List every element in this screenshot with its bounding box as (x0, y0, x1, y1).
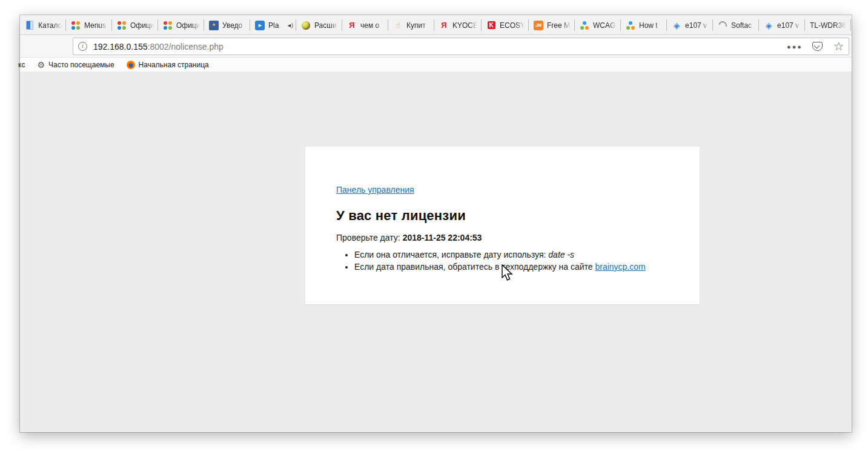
hand-icon (393, 21, 403, 30)
browser-tab[interactable]: WCAG (575, 15, 621, 35)
tab-label: WCAG (593, 21, 617, 30)
page-title: У вас нет лицензии (336, 208, 669, 224)
tab-label: Menus (84, 21, 108, 30)
page-content: Панель управления У вас нет лицензии Про… (20, 72, 852, 432)
date-label: Проверьте дату: (336, 233, 400, 242)
tab-label: TL-WDR36 (810, 21, 847, 30)
tab-label: чем о (360, 21, 385, 30)
tab-label: Расши (314, 21, 339, 30)
sphere-icon (301, 21, 311, 30)
date-line: Проверьте дату: 2018-11-25 22:04:53 (336, 233, 669, 242)
mouse-cursor (502, 264, 515, 282)
circles-icon (626, 21, 635, 30)
site-info-icon[interactable]: i (78, 42, 87, 51)
url-text[interactable]: 192.168.0.155:8002/nolicense.php (93, 42, 787, 52)
browser-tab[interactable]: Расши (296, 15, 342, 35)
yandex-icon (439, 21, 449, 30)
browser-tab[interactable]: e107 v (667, 15, 713, 35)
e107-icon (764, 21, 774, 30)
browser-tab[interactable]: TL-WDR36 (805, 15, 851, 35)
browser-tab[interactable]: Pla ◄) (250, 15, 296, 35)
date-value: 2018-11-25 22:04:53 (403, 233, 482, 242)
list-item: Если она отличается, исправьте дату испо… (354, 250, 669, 260)
browser-tab[interactable]: e107 v (759, 15, 805, 35)
navigation-toolbar: i 192.168.0.155:8002/nolicense.php ●●● ☆ (20, 36, 852, 58)
url-bar[interactable]: i 192.168.0.155:8002/nolicense.php ●●● ☆ (73, 38, 849, 55)
doc-icon (25, 21, 35, 30)
tab-label: Softac (731, 21, 755, 30)
bullet2-text: Если дата правильная, обратитесь в техпо… (354, 262, 593, 272)
firefox-icon (127, 61, 135, 69)
tab-label: Free M (547, 21, 571, 30)
control-panel-link[interactable]: Панель управления (336, 185, 414, 195)
tab-strip: Катало Menus Офици Офици Уведо (20, 15, 852, 35)
bullet1-text: Если она отличается, исправьте дату испо… (354, 250, 546, 259)
circles-icon (580, 21, 589, 30)
bookmark-item-home[interactable]: Начальная страница (127, 61, 209, 69)
browser-window: Катало Menus Офици Офици Уведо (20, 15, 852, 432)
bookmark-item-frequent[interactable]: ⚙ Часто посещаемые (37, 61, 114, 69)
e107-icon (672, 21, 681, 30)
browser-tab[interactable]: чем о (342, 15, 388, 35)
url-path: :8002/nolicense.php (148, 42, 224, 52)
bookmarks-bar: кс ⚙ Часто посещаемые Начальная страница (20, 58, 852, 72)
browser-tab[interactable]: Офици (158, 15, 204, 35)
url-host: 192.168.0.155 (93, 42, 148, 52)
browser-tab[interactable]: Купит (388, 15, 434, 35)
tab-audio-icon[interactable]: ◄) (287, 22, 293, 28)
tab-label: Уведо (222, 21, 247, 30)
joomla-icon (163, 21, 173, 30)
bookmark-label: Начальная страница (139, 61, 209, 69)
desktop: Катало Menus Офици Офици Уведо (0, 0, 868, 451)
emblem-icon (209, 21, 219, 30)
date-command: date -s (548, 250, 574, 259)
softaculous-icon (718, 21, 727, 30)
page-actions-icon[interactable]: ●●● (787, 43, 803, 50)
browser-tab[interactable]: Катало (20, 15, 66, 35)
tab-label: How t (639, 21, 663, 30)
tab-label: KYOCE (452, 21, 478, 30)
tab-label: Катало (38, 21, 62, 30)
jm-icon (534, 21, 543, 30)
browser-tab[interactable]: Free M (529, 15, 575, 35)
bookmark-label: Часто посещаемые (48, 61, 114, 69)
browser-tab[interactable]: How t (621, 15, 667, 35)
tab-label: Купит (406, 21, 431, 30)
gear-icon: ⚙ (37, 61, 45, 69)
kyocera-icon (486, 21, 496, 30)
browser-tab[interactable]: Офици (112, 15, 158, 35)
browser-tab[interactable]: Softac (713, 15, 759, 35)
joomla-icon (117, 21, 127, 30)
bookmark-star-icon[interactable]: ☆ (833, 41, 844, 52)
pocket-icon[interactable] (812, 42, 823, 51)
browser-tab[interactable]: KYOCE (434, 15, 482, 35)
browser-tab[interactable]: Уведо (204, 15, 250, 35)
tab-label: ECOSY (500, 21, 525, 30)
tab-label: Офици (176, 21, 200, 30)
play-icon (255, 21, 265, 30)
tab-label: Офици (130, 21, 154, 30)
brainycp-link[interactable]: brainycp.com (595, 262, 645, 272)
bookmark-item-truncated[interactable]: кс (18, 61, 25, 69)
yandex-icon (347, 21, 357, 30)
joomla-icon (71, 21, 81, 30)
browser-tab[interactable]: ECOSY (482, 15, 529, 35)
tab-label: e107 v (777, 21, 801, 30)
browser-tab[interactable]: Menus (66, 15, 112, 35)
tab-label: e107 v (685, 21, 709, 30)
tab-label: Pla (268, 21, 284, 30)
